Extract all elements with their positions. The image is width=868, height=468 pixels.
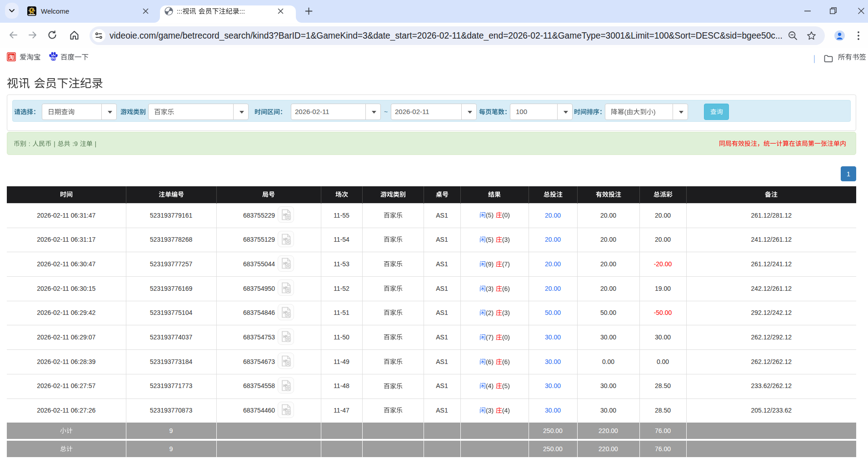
svg-text:du: du — [51, 56, 56, 60]
